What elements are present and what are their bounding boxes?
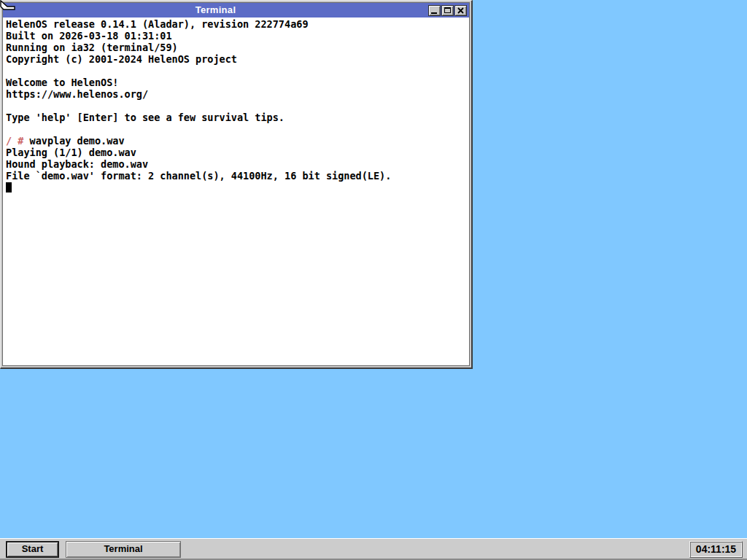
close-icon	[457, 7, 464, 14]
terminal-output-area[interactable]: HelenOS release 0.14.1 (Aladar), revisio…	[3, 18, 469, 365]
taskbar-clock: 04:11:15	[689, 541, 743, 558]
terminal-cursor	[6, 182, 12, 192]
minimize-button[interactable]	[428, 5, 441, 16]
window-controls	[428, 5, 469, 16]
shell-command: wavplay demo.wav	[23, 135, 124, 147]
shell-prompt: / #	[6, 135, 23, 147]
taskbar: Start Terminal 04:11:15	[0, 538, 747, 560]
terminal-window: Terminal HelenOS release 0.14.1 (Aladar)…	[0, 0, 473, 369]
maximize-button[interactable]	[441, 5, 454, 16]
maximize-icon	[444, 7, 451, 13]
terminal-text: HelenOS release 0.14.1 (Aladar), revisio…	[6, 18, 469, 193]
close-button[interactable]	[454, 5, 467, 16]
taskbar-item-terminal[interactable]: Terminal	[66, 541, 181, 558]
window-titlebar[interactable]: Terminal	[3, 3, 469, 18]
start-button[interactable]: Start	[6, 541, 59, 558]
terminal-playback-output: Playing (1/1) demo.wav Hound playback: d…	[6, 147, 391, 182]
window-title: Terminal	[3, 3, 428, 18]
terminal-boot-text: HelenOS release 0.14.1 (Aladar), revisio…	[6, 18, 309, 123]
terminal-window-inner: Terminal HelenOS release 0.14.1 (Aladar)…	[2, 2, 470, 366]
desktop: { "desktop": { "background_color": "#80C…	[0, 0, 747, 560]
minimize-icon	[431, 12, 437, 14]
